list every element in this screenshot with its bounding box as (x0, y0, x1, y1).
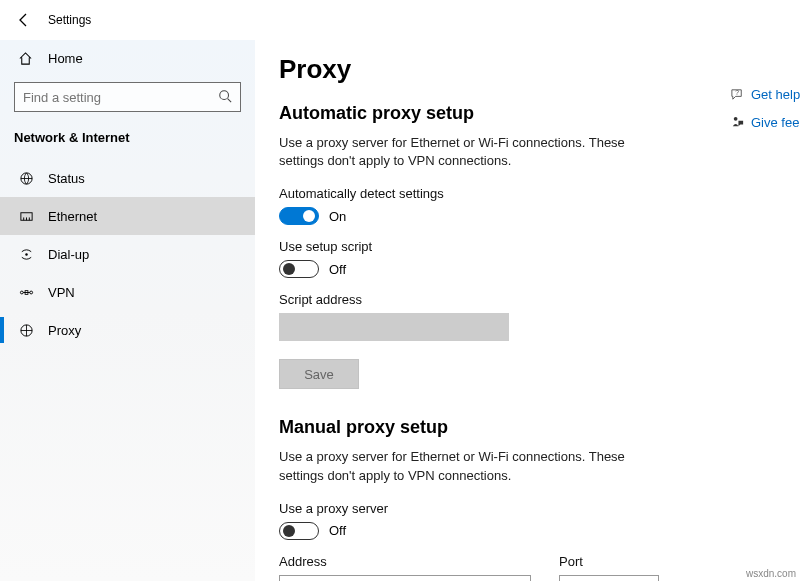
page-title: Proxy (279, 54, 776, 85)
back-button[interactable] (8, 4, 40, 36)
manual-section-desc: Use a proxy server for Ethernet or Wi-Fi… (279, 448, 639, 484)
search-box[interactable] (14, 82, 241, 112)
svg-text:?: ? (735, 88, 739, 95)
script-address-label: Script address (279, 292, 776, 307)
main-content: Proxy Automatic proxy setup Use a proxy … (255, 40, 800, 581)
detect-settings-toggle[interactable] (279, 207, 319, 225)
ethernet-icon (18, 209, 34, 224)
sidebar-home[interactable]: Home (0, 40, 255, 76)
save-button: Save (279, 359, 359, 389)
setup-script-toggle[interactable] (279, 260, 319, 278)
detect-settings-label: Automatically detect settings (279, 186, 776, 201)
setup-script-state: Off (329, 262, 346, 277)
vpn-icon (18, 285, 34, 300)
address-label: Address (279, 554, 531, 569)
detect-settings-state: On (329, 209, 346, 224)
port-input[interactable] (559, 575, 659, 581)
sidebar-item-status[interactable]: Status (0, 159, 255, 197)
svg-point-3 (25, 253, 27, 255)
script-address-input (279, 313, 509, 341)
sidebar-category: Network & Internet (0, 122, 255, 159)
sidebar-home-label: Home (48, 51, 83, 66)
auto-section-heading: Automatic proxy setup (279, 103, 776, 124)
help-icon: ? (730, 87, 745, 102)
search-input[interactable] (23, 90, 203, 105)
sidebar-item-label: Proxy (48, 323, 81, 338)
give-feedback-label: Give feed (751, 115, 800, 130)
home-icon (18, 51, 34, 66)
sidebar-item-label: Status (48, 171, 85, 186)
window-title: Settings (48, 13, 91, 27)
sidebar-item-proxy[interactable]: Proxy (0, 311, 255, 349)
give-feedback-link[interactable]: Give feed (730, 108, 800, 136)
sidebar-item-ethernet[interactable]: Ethernet (0, 197, 255, 235)
watermark: wsxdn.com (746, 568, 796, 579)
sidebar-item-vpn[interactable]: VPN (0, 273, 255, 311)
proxy-icon (18, 323, 34, 338)
sidebar: Home Network & Internet Status Ethernet (0, 40, 255, 581)
sidebar-item-label: Dial-up (48, 247, 89, 262)
svg-point-5 (29, 291, 32, 294)
auto-section-desc: Use a proxy server for Ethernet or Wi-Fi… (279, 134, 639, 170)
search-icon (218, 89, 232, 106)
svg-point-4 (20, 291, 23, 294)
use-proxy-toggle[interactable] (279, 522, 319, 540)
sidebar-item-dialup[interactable]: Dial-up (0, 235, 255, 273)
dialup-icon (18, 247, 34, 262)
setup-script-label: Use setup script (279, 239, 776, 254)
use-proxy-state: Off (329, 523, 346, 538)
globe-icon (18, 171, 34, 186)
sidebar-item-label: Ethernet (48, 209, 97, 224)
port-label: Port (559, 554, 659, 569)
sidebar-item-label: VPN (48, 285, 75, 300)
use-proxy-label: Use a proxy server (279, 501, 776, 516)
get-help-label: Get help (751, 87, 800, 102)
svg-point-0 (220, 90, 229, 99)
address-input[interactable] (279, 575, 531, 581)
get-help-link[interactable]: ? Get help (730, 80, 800, 108)
manual-section-heading: Manual proxy setup (279, 417, 776, 438)
svg-point-9 (734, 116, 738, 120)
feedback-icon (730, 115, 745, 130)
